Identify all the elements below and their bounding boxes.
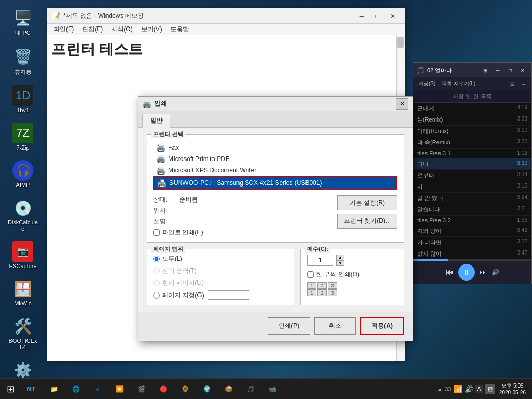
taskbar-net-icon[interactable]: 🌍 [196,379,217,400]
sys-tray-lang[interactable]: 한 [485,384,495,394]
notepad-title-icon: 📝 [51,12,60,20]
notepad-scroll-thumb[interactable] [397,37,404,48]
taskbar-app2-icon[interactable]: 📦 [218,379,239,400]
apply-button[interactable]: 적용(A) [360,317,404,335]
desktop-icon-7zip[interactable]: 7Z 7-Zip [5,121,41,153]
radio-all-label[interactable]: 모두(L) [153,255,287,263]
playlist-item-7[interactable]: 사 3:15 [413,181,531,193]
desktop: 🖥️ 내 PC 🗑️ 휴지통 1D 1by1 7Z 7-Zip 🎧 AIMP 💿… [0,0,532,399]
radio-pages[interactable] [153,292,160,299]
desktop-icon-mkwin[interactable]: 🪟 MkWin [5,276,41,309]
radio-current[interactable] [153,280,160,286]
menu-file[interactable]: 파일(F) [49,24,78,35]
radio-all[interactable] [153,256,160,262]
radio-pages-label[interactable]: 페이지 지정(G): [153,290,287,300]
desktop-icon-fscapture[interactable]: 📷 FSCapture [5,239,41,271]
printer-list: 🖨️ Fax 🖨️ Microsoft Print to PDF 🖨️ Micr… [153,142,397,190]
taskbar-aimp-icon[interactable]: 🎵 [240,379,261,400]
notepad-close-button[interactable]: ✕ [385,8,401,24]
notepad-minimize-button[interactable]: ─ [354,8,369,24]
playlist-item-12[interactable]: 가 너라면 3:22 [413,237,531,248]
media-clear-button[interactable]: 목록 지우기(L) [440,79,477,88]
desktop-icon-diskcalc[interactable]: 💿 DiskCalculae [5,195,41,234]
taskbar-flower-icon[interactable]: 🌻 [175,379,195,400]
media-maximize-button[interactable]: □ [504,65,516,75]
media-play-button[interactable]: ⏸ [458,264,475,281]
playlist-item-8[interactable]: 말 안 했니 3:24 [413,193,531,204]
sys-tray-ime[interactable]: A [475,385,483,393]
sys-tray-volume: 🔊 [464,385,473,393]
print-tab-general[interactable]: 일반 [142,114,170,128]
printer-item-samsung[interactable]: 🖨️ SUNWOO-PC의 Samsung SCX-4x21 Series (U… [153,176,397,190]
menu-help[interactable]: 도움말 [166,24,193,35]
desktop-icon-1by1[interactable]: 1D 1by1 [5,83,41,115]
radio-current-label[interactable]: 현재 페이지(U) [153,278,287,287]
file-print-checkbox[interactable] [153,229,160,236]
playlist-item-9[interactable]: 알습니다 3:51 [413,204,531,216]
bootice-icon: 🛠️ [12,316,33,337]
playlist-item-4[interactable]: ttles Free 3-1 1:02 [413,149,531,158]
page-stack-1: 1 1 [307,282,316,296]
media-close-button[interactable]: ✕ [517,65,528,75]
media-fullscreen-button[interactable]: ⊞ [480,65,491,75]
copies-up-button[interactable]: ▲ [336,255,344,260]
playlist-item-13[interactable]: 밝지 않아 3:47 [413,248,531,259]
playlist-item-11[interactable]: 지와 양이 3:42 [413,225,531,237]
taskbar-media-icon[interactable]: ▶️ [109,379,130,400]
notepad-title-text: *제목 없음 - Windows 메모장 [63,11,354,20]
desktop-icon-aimp[interactable]: 🎧 AIMP [5,158,41,190]
media-prev-button[interactable]: ⏮ [446,268,454,277]
taskbar-nt-logo[interactable]: NT [21,379,42,400]
copies-input[interactable] [307,255,333,266]
pages-input[interactable] [208,290,249,300]
taskbar-clock[interactable]: 오후 5:09 2020-05-26 [497,382,528,396]
page-1b: 1 [307,289,316,296]
taskbar-app1-icon[interactable]: 🔴 [153,379,174,400]
playlist-item-1[interactable]: 는(Remix) 3:33 [413,114,531,126]
notepad-maximize-button[interactable]: □ [369,8,385,24]
taskbar-explorer-icon[interactable]: 📁 [44,379,64,400]
collate-checkbox[interactable] [307,271,314,278]
radio-selection-label[interactable]: 선택 영역(T) [153,267,287,275]
print-dialog-body: 프린터 선택 🖨️ Fax 🖨️ Microsoft Print to PDF … [138,128,413,312]
collate-label[interactable]: 한 부씩 인쇄(O) [307,270,397,279]
copies-down-button[interactable]: ▼ [336,260,344,266]
printer-item-fax[interactable]: 🖨️ Fax [153,142,397,153]
playlist-item-2[interactable]: 이래(Remix) 3:10 [413,126,531,137]
printer-item-xps[interactable]: 🖨️ Microsoft XPS Document Writer [153,165,397,176]
find-printer-button[interactable]: 프린터 찾기(D)... [337,214,397,229]
sys-tray-arrow[interactable]: ▲ [437,386,443,392]
location-row: 위치: [153,206,331,215]
playlist-item-3[interactable]: 과 속(Remix) 3:30 [413,137,531,149]
menu-view[interactable]: 보기(V) [137,24,166,35]
desktop-icon-recycle[interactable]: 🗑️ 휴지통 [5,44,41,78]
cancel-button[interactable]: 취소 [314,317,356,335]
menu-edit[interactable]: 편집(E) [78,24,107,35]
page-range-label: 페이지 범위 [151,245,185,253]
notepad-titlebar: 📝 *제목 없음 - Windows 메모장 ─ □ ✕ [47,8,405,24]
media-arrow-icon[interactable]: → [519,80,528,88]
default-settings-button[interactable]: 기본 설정(R) [337,195,397,210]
print-button[interactable]: 인쇄(P) [268,317,310,335]
start-button[interactable]: ⊞ [0,379,21,400]
desktop-icon-my-pc[interactable]: 🖥️ 내 PC [5,5,41,39]
taskbar-video-icon[interactable]: 📹 [262,379,283,400]
fax-printer-icon: 🖨️ [156,143,165,152]
taskbar-ie-icon[interactable]: 🌐 [65,379,86,400]
playlist-item-0[interactable]: 군에게 4:19 [413,103,531,114]
media-next-button[interactable]: ⏭ [479,268,487,277]
taskbar-film-icon[interactable]: 🎬 [131,379,152,400]
printer-item-pdf[interactable]: 🖨️ Microsoft Print to PDF [153,153,397,165]
file-print-label[interactable]: 파일로 인쇄(F) [153,228,331,237]
playlist-item-10[interactable]: ttles Free 3-2 1:35 [413,216,531,225]
taskbar-edge-icon[interactable]: e [87,379,108,400]
desktop-icon-bootice[interactable]: 🛠️ BOOTICEx64 [5,314,41,352]
media-save-button[interactable]: 저장(S) [416,79,437,88]
playlist-item-5[interactable]: 마나 3:30 [413,158,531,170]
playlist-item-6[interactable]: 로부터 3:34 [413,170,531,181]
media-minimize-button[interactable]: ─ [492,65,503,75]
menu-format[interactable]: 서식(O) [107,24,137,35]
radio-selection[interactable] [153,268,160,274]
1by1-label: 1by1 [17,107,29,113]
print-dialog-close-button[interactable]: ✕ [396,98,408,110]
